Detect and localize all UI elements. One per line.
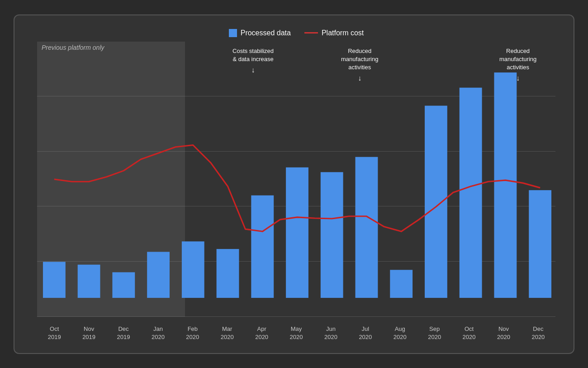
x-label-apr2020: Apr2020 bbox=[244, 325, 279, 341]
x-label-oct2019: Oct2019 bbox=[37, 325, 71, 341]
annotation-reduced-mfg-2-arrow: ↓ bbox=[491, 73, 545, 83]
x-axis: Oct2019 Nov2019 Dec2019 Jan2020 Feb2020 … bbox=[37, 325, 555, 341]
chart-container: Processed data Platform cost Previous pl… bbox=[14, 14, 574, 354]
bar-nov2020 bbox=[494, 72, 517, 298]
chart-svg bbox=[37, 42, 555, 317]
bar-jan2020 bbox=[147, 252, 170, 298]
bar-may2020 bbox=[286, 167, 308, 297]
bar-mar2020 bbox=[217, 249, 239, 298]
x-label-jan2020: Jan2020 bbox=[141, 325, 175, 341]
bar-sep2020 bbox=[425, 105, 447, 298]
bar-jun2020 bbox=[321, 172, 343, 298]
x-label-jun2020: Jun2020 bbox=[313, 325, 348, 341]
x-label-aug2020: Aug2020 bbox=[383, 325, 417, 341]
x-label-jul2020: Jul2020 bbox=[348, 325, 383, 341]
chart-area: Previous platform only bbox=[37, 42, 555, 317]
bar-nov2019 bbox=[78, 264, 100, 297]
x-label-oct2020: Oct2020 bbox=[452, 325, 486, 341]
bar-jul2020 bbox=[356, 157, 378, 297]
x-label-sep2020: Sep2020 bbox=[417, 325, 451, 341]
annotation-reduced-mfg-1-text: Reducedmanufacturingactivities bbox=[341, 48, 378, 71]
x-label-nov2019: Nov2019 bbox=[71, 325, 106, 341]
annotation-costs-stabilized: Costs stabilized& data increase ↓ bbox=[224, 47, 283, 76]
legend: Processed data Platform cost bbox=[37, 29, 555, 37]
x-label-feb2020: Feb2020 bbox=[175, 325, 210, 341]
bar-feb2020 bbox=[182, 241, 204, 298]
annotation-reduced-mfg-2-text: Reducedmanufacturingactivities bbox=[499, 48, 536, 71]
legend-label-cost: Platform cost bbox=[322, 29, 364, 37]
legend-line-cost bbox=[304, 32, 318, 33]
x-label-dec2019: Dec2019 bbox=[106, 325, 141, 341]
bar-dec2020 bbox=[529, 190, 551, 298]
bar-dec2019 bbox=[112, 272, 135, 298]
bar-apr2020 bbox=[251, 195, 274, 297]
annotation-reduced-mfg-1: Reducedmanufacturingactivities ↓ bbox=[332, 47, 387, 84]
x-label-mar2020: Mar2020 bbox=[210, 325, 244, 341]
x-label-may2020: May2020 bbox=[279, 325, 313, 341]
legend-processed-data: Processed data bbox=[229, 29, 291, 37]
annotation-reduced-mfg-1-arrow: ↓ bbox=[332, 73, 387, 83]
bar-oct2020 bbox=[460, 87, 482, 297]
bar-oct2019 bbox=[43, 262, 66, 298]
bar-aug2020 bbox=[390, 270, 413, 298]
annotation-costs-text: Costs stabilized& data increase bbox=[232, 48, 274, 62]
x-label-nov2020: Nov2020 bbox=[486, 325, 521, 341]
annotation-reduced-mfg-2: Reducedmanufacturingactivities ↓ bbox=[491, 47, 545, 84]
legend-box-processed bbox=[229, 29, 237, 37]
legend-platform-cost: Platform cost bbox=[304, 29, 364, 37]
x-label-dec2020: Dec2020 bbox=[521, 325, 555, 341]
annotation-costs-arrow: ↓ bbox=[224, 65, 283, 75]
legend-label-processed: Processed data bbox=[241, 29, 291, 37]
